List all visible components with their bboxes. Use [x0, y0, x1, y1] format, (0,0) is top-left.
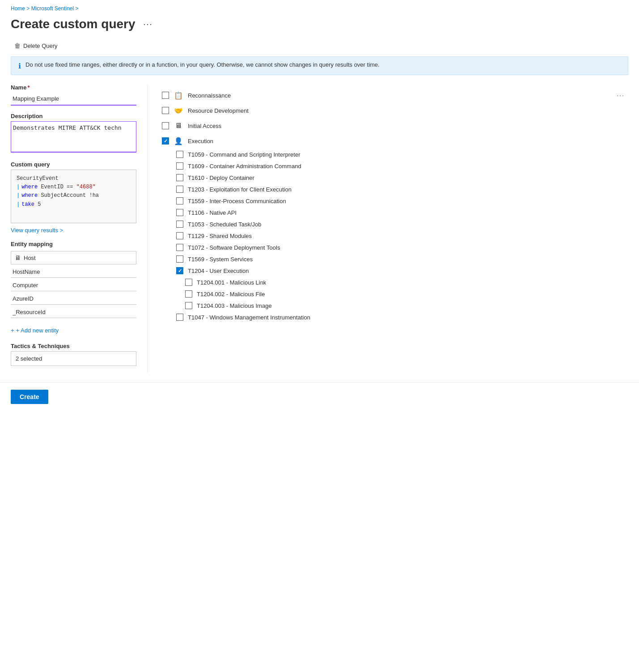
checkbox-T1047[interactable] [176, 314, 183, 321]
code-line-1: SecurityEvent [17, 174, 131, 183]
icon-reconnaissance: 📋 [174, 90, 183, 100]
page-title-row: Create custom query ··· [0, 13, 639, 38]
technique-T1203[interactable]: T1203 - Exploitation for Client Executio… [158, 183, 628, 195]
entity-field-resourceid[interactable] [11, 306, 136, 318]
page-options-button[interactable]: ··· [141, 19, 156, 30]
icon-resource-development: 🤝 [174, 106, 183, 115]
technique-T1106[interactable]: T1106 - Native API [158, 207, 628, 218]
label-T1053: T1053 - Scheduled Task/Job [188, 221, 625, 228]
label-T1047: T1047 - Windows Management Instrumentati… [188, 314, 625, 321]
label-T1059: T1059 - Command and Scripting Interprete… [188, 151, 625, 158]
description-input[interactable]: Demonstrates MITRE ATT&CK techn [11, 121, 136, 153]
info-icon: ℹ [18, 62, 21, 70]
name-input[interactable] [11, 93, 136, 106]
label-T1072: T1072 - Software Deployment Tools [188, 244, 625, 251]
subtechnique-T1204-002[interactable]: T1204.002 - Malicious File [158, 288, 628, 300]
add-entity-label: + Add new entity [16, 327, 59, 334]
checkbox-T1204-003[interactable] [185, 302, 192, 309]
label-T1204-001: T1204.001 - Malicious Link [197, 279, 625, 286]
tactics-label: Tactics & Techniques [11, 343, 136, 349]
label-initial-access: Initial Access [188, 123, 625, 129]
technique-T1047[interactable]: T1047 - Windows Management Instrumentati… [158, 311, 628, 323]
subtechnique-T1204-001[interactable]: T1204.001 - Malicious Link [158, 276, 628, 288]
checkbox-T1129[interactable] [176, 232, 183, 239]
trash-icon: 🗑 [14, 42, 21, 49]
entity-field-computer[interactable] [11, 280, 136, 291]
label-resource-development: Resource Development [188, 107, 625, 114]
tactic-execution[interactable]: 👤 Execution [158, 133, 628, 149]
checkbox-T1053[interactable] [176, 221, 183, 228]
label-reconnaissance: Reconnaissance [188, 92, 612, 99]
entity-field-azureid[interactable] [11, 293, 136, 305]
checkbox-initial-access[interactable] [162, 122, 169, 129]
label-T1204: T1204 - User Execution [188, 268, 625, 274]
checkbox-T1204-002[interactable] [185, 290, 192, 298]
delete-query-button[interactable]: 🗑 Delete Query [11, 40, 61, 51]
view-results-link[interactable]: View query results > [11, 227, 63, 234]
technique-T1053[interactable]: T1053 - Scheduled Task/Job [158, 218, 628, 230]
delete-label: Delete Query [23, 43, 58, 49]
checkbox-T1106[interactable] [176, 209, 183, 216]
custom-query-label: Custom query [11, 161, 136, 168]
custom-query-group: Custom query SecurityEvent |where EventI… [11, 161, 136, 234]
create-button[interactable]: Create [11, 390, 48, 404]
checkbox-T1203[interactable] [176, 186, 183, 193]
checkbox-T1059[interactable] [176, 151, 183, 158]
entity-field-hostname[interactable] [11, 266, 136, 278]
breadcrumb-sep1: > [26, 5, 31, 12]
checkbox-T1559[interactable] [176, 197, 183, 204]
required-indicator: * [27, 84, 30, 91]
breadcrumb-home[interactable]: Home [11, 5, 25, 12]
label-T1610: T1610 - Deploy Container [188, 174, 625, 181]
right-panel[interactable]: 📋 Reconnaissance ··· 🤝 Resource Developm… [147, 84, 628, 373]
checkbox-T1072[interactable] [176, 244, 183, 251]
main-content: Name* Description Demonstrates MITRE ATT… [0, 84, 639, 373]
tactic-reconnaissance[interactable]: 📋 Reconnaissance ··· [158, 88, 628, 103]
technique-T1129[interactable]: T1129 - Shared Modules [158, 230, 628, 242]
breadcrumb-sentinel[interactable]: Microsoft Sentinel [31, 5, 74, 12]
checkbox-resource-development[interactable] [162, 107, 169, 114]
icon-initial-access: 🖥 [174, 121, 183, 131]
info-banner: ℹ Do not use fixed time ranges, either d… [11, 56, 628, 75]
breadcrumb: Home > Microsoft Sentinel > [0, 0, 639, 13]
checkbox-T1204[interactable] [176, 267, 183, 274]
code-line-3: |where SubjectAccount !ha [17, 191, 131, 200]
tactic-resource-development[interactable]: 🤝 Resource Development [158, 103, 628, 118]
subtechnique-T1204-003[interactable]: T1204.003 - Malicious Image [158, 300, 628, 311]
technique-T1610[interactable]: T1610 - Deploy Container [158, 172, 628, 183]
label-T1129: T1129 - Shared Modules [188, 233, 625, 239]
toolbar: 🗑 Delete Query [0, 38, 639, 56]
footer-bar: Create [0, 382, 639, 411]
technique-T1559[interactable]: T1559 - Inter-Process Communication [158, 195, 628, 207]
label-T1204-002: T1204.002 - Malicious File [197, 291, 625, 298]
left-panel: Name* Description Demonstrates MITRE ATT… [11, 84, 147, 373]
code-editor[interactable]: SecurityEvent |where EventID == "4688" |… [11, 170, 136, 223]
technique-T1569[interactable]: T1569 - System Services [158, 253, 628, 265]
checkbox-execution[interactable] [162, 137, 169, 145]
tactics-tree: 📋 Reconnaissance ··· 🤝 Resource Developm… [158, 84, 628, 327]
checkbox-T1609[interactable] [176, 162, 183, 170]
technique-T1204[interactable]: T1204 - User Execution [158, 265, 628, 276]
entity-header-host: 🖥 Host [11, 251, 136, 264]
checkbox-T1569[interactable] [176, 255, 183, 263]
entity-row-host: 🖥 Host [11, 251, 136, 320]
ellipsis-reconnaissance[interactable]: ··· [617, 92, 625, 99]
checkbox-T1610[interactable] [176, 174, 183, 181]
icon-execution: 👤 [174, 136, 183, 146]
checkbox-reconnaissance[interactable] [162, 92, 169, 99]
code-line-4: |take 5 [17, 200, 131, 209]
checkbox-T1204-001[interactable] [185, 279, 192, 286]
page-title: Create custom query [11, 17, 135, 31]
label-T1203: T1203 - Exploitation for Client Executio… [188, 186, 625, 193]
label-T1609: T1609 - Container Administration Command [188, 163, 625, 170]
technique-T1609[interactable]: T1609 - Container Administration Command [158, 160, 628, 172]
technique-T1059[interactable]: T1059 - Command and Scripting Interprete… [158, 149, 628, 160]
tactics-selected-dropdown[interactable]: 2 selected [11, 351, 136, 366]
label-T1204-003: T1204.003 - Malicious Image [197, 302, 625, 309]
add-entity-button[interactable]: + + Add new entity [11, 325, 59, 336]
label-T1569: T1569 - System Services [188, 256, 625, 263]
description-label: Description [11, 113, 136, 119]
entity-mapping-section: Entity mapping 🖥 Host + + Add new entity [11, 241, 136, 336]
tactic-initial-access[interactable]: 🖥 Initial Access [158, 118, 628, 133]
technique-T1072[interactable]: T1072 - Software Deployment Tools [158, 242, 628, 253]
